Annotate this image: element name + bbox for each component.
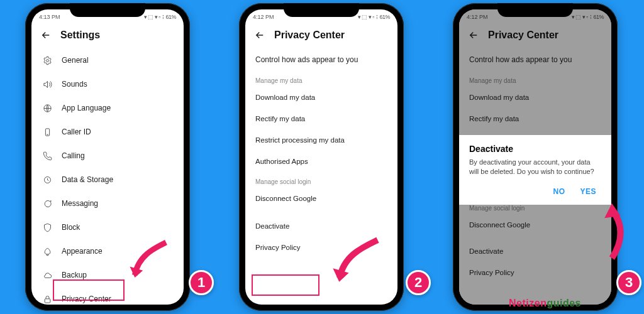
status-indicators: ▾ ⬚ ▾ ▫ ⫶ 61% (358, 14, 390, 20)
step-badge-2: 2 (406, 270, 431, 295)
back-icon[interactable] (40, 30, 52, 41)
chat-icon (42, 198, 53, 209)
sidebar-item-privacy[interactable]: Privacy Center (31, 287, 184, 305)
row-rectify-data: Rectify my data (459, 108, 611, 129)
status-indicators: ▾ ⬚ ▾ ▫ ⫶ 61% (572, 14, 604, 20)
settings-item-label: Privacy Center (62, 295, 111, 303)
dialog-body: By deactivating your account, your data … (469, 158, 601, 177)
dialog-title: Deactivate (469, 144, 601, 154)
header: Privacy Center (459, 23, 611, 48)
status-time: 4:12 PM (253, 14, 274, 20)
settings-item-label: App Language (62, 104, 111, 112)
row-restrict[interactable]: Restrict processing my data (245, 129, 397, 151)
sidebar-item-sounds[interactable]: Sounds (31, 72, 184, 96)
status-time: 4:12 PM (467, 14, 488, 20)
section-manage-data: Manage my data (459, 71, 611, 87)
screen-privacy: 4:12 PM ▾ ⬚ ▾ ▫ ⫶ 61% Privacy Center Con… (245, 9, 397, 305)
row-rectify-data[interactable]: Rectify my data (245, 108, 397, 129)
screen-settings: 4:13 PM ▾ ⬚ ▾ ▫ ⫶ 61% Settings General S… (31, 9, 184, 305)
settings-item-label: Data & Storage (62, 175, 113, 184)
settings-item-label: Calling (62, 151, 85, 160)
sidebar-item-callerid[interactable]: Caller ID (31, 120, 184, 144)
step-badge-1: 1 (189, 270, 214, 295)
settings-item-label: Caller ID (62, 127, 91, 136)
phone-icon (42, 150, 53, 161)
notch (70, 3, 145, 17)
header: Privacy Center (245, 23, 397, 48)
row-privacy-policy: Privacy Policy (459, 262, 611, 283)
back-icon (468, 30, 479, 41)
settings-item-label: Sounds (62, 80, 87, 89)
sidebar-item-general[interactable]: General (31, 48, 184, 72)
shield-icon (42, 222, 53, 233)
settings-list: General Sounds App Language Caller ID Ca… (31, 48, 184, 305)
brush-icon (42, 246, 53, 257)
settings-item-label: Messaging (62, 199, 98, 208)
phone-id-icon (42, 126, 53, 138)
lock-icon (42, 293, 53, 305)
yes-button[interactable]: YES (576, 186, 600, 197)
row-download-data[interactable]: Download my data (245, 87, 397, 108)
no-button[interactable]: NO (553, 186, 565, 197)
notch (497, 3, 573, 17)
gear-icon (42, 55, 53, 66)
svg-rect-5 (45, 298, 50, 302)
row-deactivate[interactable]: Deactivate (245, 215, 397, 237)
svg-point-0 (46, 59, 48, 62)
row-ads: Control how ads appear to you (459, 48, 611, 71)
section-manage-data: Manage my data (245, 71, 397, 87)
page-title: Privacy Center (488, 30, 558, 41)
row-download-data: Download my data (459, 87, 611, 108)
sidebar-item-backup[interactable]: Backup (31, 263, 184, 287)
header: Settings (31, 23, 184, 48)
status-time: 4:13 PM (39, 14, 60, 20)
notch (284, 3, 359, 17)
screen-deactivate: 4:12 PM ▾ ⬚ ▾ ▫ ⫶ 61% Privacy Center Con… (459, 9, 611, 305)
phone-step-2: 4:12 PM ▾ ⬚ ▾ ▫ ⫶ 61% Privacy Center Con… (239, 3, 404, 311)
watermark: Netizenguides (509, 298, 581, 309)
dialog-actions: NO YES (469, 183, 601, 200)
settings-item-label: Backup (62, 271, 87, 279)
page-title: Privacy Center (274, 30, 345, 41)
settings-item-label: General (62, 56, 89, 65)
settings-item-label: Appearance (62, 247, 103, 256)
row-disconnect-google: Disconnect Google (459, 214, 611, 236)
section-social-login: Manage social login (245, 172, 397, 188)
highlight-privacy-policy (252, 274, 319, 296)
dialog-deactivate: Deactivate By deactivating your account,… (459, 135, 611, 205)
back-icon[interactable] (254, 30, 265, 41)
row-ads[interactable]: Control how ads appear to you (245, 48, 397, 71)
sidebar-item-language[interactable]: App Language (31, 96, 184, 120)
sidebar-item-calling[interactable]: Calling (31, 144, 184, 168)
row-disconnect-google[interactable]: Disconnect Google (245, 188, 397, 209)
sidebar-item-block[interactable]: Block (31, 215, 184, 239)
phone-step-3: 4:12 PM ▾ ⬚ ▾ ▫ ⫶ 61% Privacy Center Con… (453, 3, 618, 311)
sound-icon (42, 78, 53, 90)
row-privacy-policy[interactable]: Privacy Policy (245, 237, 397, 258)
cloud-icon (42, 269, 53, 281)
time-icon (42, 174, 53, 185)
phone-step-1: 4:13 PM ▾ ⬚ ▾ ▫ ⫶ 61% Settings General S… (25, 3, 190, 311)
page-title: Settings (60, 30, 100, 41)
step-badge-3: 3 (616, 270, 641, 295)
globe-icon (42, 102, 53, 114)
status-indicators: ▾ ⬚ ▾ ▫ ⫶ 61% (144, 14, 176, 20)
settings-item-label: Block (62, 223, 80, 232)
sidebar-item-storage[interactable]: Data & Storage (31, 168, 184, 192)
row-deactivate: Deactivate (459, 241, 611, 262)
row-authorised[interactable]: Authorised Apps (245, 151, 397, 172)
sidebar-item-appearance[interactable]: Appearance (31, 239, 184, 263)
sidebar-item-messaging[interactable]: Messaging (31, 192, 184, 215)
